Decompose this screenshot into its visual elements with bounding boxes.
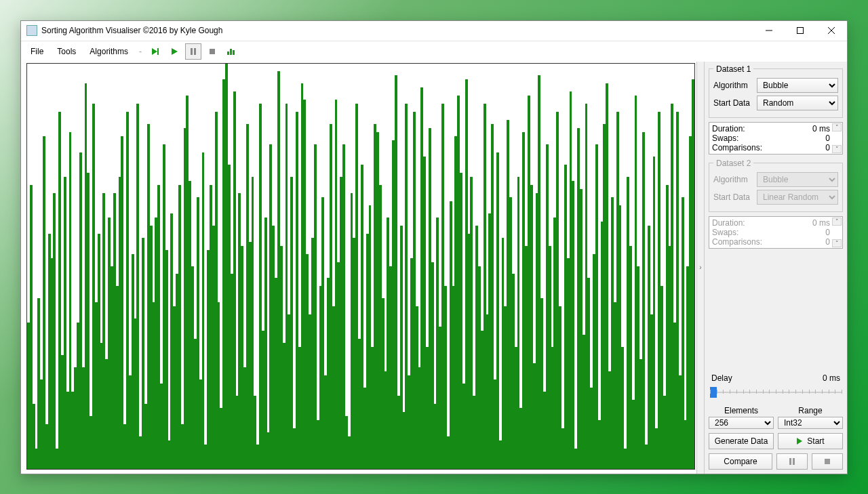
bar (653, 157, 656, 468)
bar (264, 218, 267, 469)
play-icon (796, 438, 803, 445)
bar (202, 152, 205, 468)
bar (165, 250, 168, 469)
stats-1: Duration:0 ms Swaps:0 Comparisons:0 ˄˅ (709, 122, 843, 155)
dataset1-legend: Dataset 1 (713, 64, 753, 74)
scrollbar[interactable]: ˄˅ (832, 123, 842, 153)
bar (43, 136, 45, 468)
close-button[interactable] (816, 20, 847, 41)
svg-marker-13 (797, 438, 802, 445)
step-button[interactable] (147, 43, 163, 60)
svg-rect-7 (191, 48, 193, 55)
bar (642, 132, 645, 468)
delay-slider-group: Delay 0 ms (709, 371, 843, 402)
svg-rect-11 (230, 49, 232, 55)
menu-bar: File Tools Algorithms - (21, 41, 847, 62)
stop-button-2[interactable] (812, 453, 843, 470)
menu-file[interactable]: File (25, 44, 49, 59)
maximize-button[interactable] (785, 20, 816, 41)
dataset1-group: Dataset 1 Algorithm Bubble Start Data Ra… (709, 64, 843, 118)
svg-rect-1 (797, 28, 804, 34)
algorithm-label-2: Algorithm (713, 175, 753, 184)
svg-rect-8 (194, 48, 196, 55)
svg-marker-6 (172, 48, 178, 55)
content-area: › Dataset 1 Algorithm Bubble Start Data … (21, 62, 847, 474)
bar (572, 181, 574, 469)
window-title: Sorting Algorithm Visualiser ©2016 by Ky… (41, 26, 753, 35)
play-button[interactable] (166, 43, 182, 60)
bar (121, 136, 123, 468)
algorithm-select-2: Bubble (757, 172, 838, 187)
scrollbar[interactable]: ˄˅ (832, 218, 842, 247)
svg-rect-9 (210, 49, 215, 54)
dataset2-legend: Dataset 2 (713, 159, 753, 168)
separator: - (136, 47, 144, 56)
range-select[interactable]: Int32 (778, 417, 843, 429)
delay-value: 0 ms (823, 373, 840, 383)
bar (496, 152, 499, 468)
dataset2-group: Dataset 2 Algorithm Bubble Start Data Li… (709, 159, 843, 212)
stop-button[interactable] (204, 43, 220, 60)
stats-2: Duration:0 ms Swaps:0 Comparisons:0 ˄˅ (709, 216, 843, 249)
delay-slider[interactable] (710, 386, 842, 399)
svg-rect-16 (825, 459, 830, 464)
pause-button-2[interactable] (776, 453, 808, 470)
svg-rect-12 (233, 50, 235, 55)
range-label: Range (798, 406, 822, 415)
menu-tools[interactable]: Tools (52, 44, 81, 59)
startdata-select-1[interactable]: Random (757, 96, 838, 110)
bar (53, 193, 56, 469)
svg-rect-10 (227, 52, 229, 55)
svg-marker-4 (152, 48, 157, 55)
generate-data-button[interactable]: Generate Data (709, 433, 774, 449)
chart-icon[interactable] (223, 43, 239, 60)
svg-rect-15 (793, 458, 795, 465)
side-panel: Dataset 1 Algorithm Bubble Start Data Ra… (705, 62, 847, 474)
compare-button[interactable]: Compare (709, 453, 772, 470)
bar (136, 104, 139, 468)
elements-select[interactable]: 256 (709, 417, 774, 429)
app-icon (26, 25, 37, 36)
title-bar: Sorting Algorithm Visualiser ©2016 by Ky… (21, 21, 847, 41)
algorithm-label: Algorithm (713, 81, 753, 90)
svg-rect-14 (789, 458, 791, 465)
minimize-button[interactable] (753, 20, 785, 41)
startdata-select-2: Linear Random (757, 190, 838, 205)
visualiser-canvas (26, 63, 695, 470)
visualiser-container (21, 62, 696, 474)
menu-algorithms[interactable]: Algorithms (84, 44, 134, 59)
bar (692, 79, 694, 468)
pause-button[interactable] (185, 43, 201, 60)
delay-label: Delay (711, 373, 732, 383)
startdata-label-2: Start Data (713, 192, 753, 202)
app-window: Sorting Algorithm Visualiser ©2016 by Ky… (20, 20, 848, 474)
bar (290, 177, 293, 469)
panel-collapse-toggle[interactable]: › (696, 62, 705, 474)
algorithm-select-1[interactable]: Bubble (757, 78, 838, 93)
start-button[interactable]: Start (778, 433, 843, 449)
startdata-label: Start Data (713, 98, 753, 108)
elements-label: Elements (724, 406, 758, 415)
